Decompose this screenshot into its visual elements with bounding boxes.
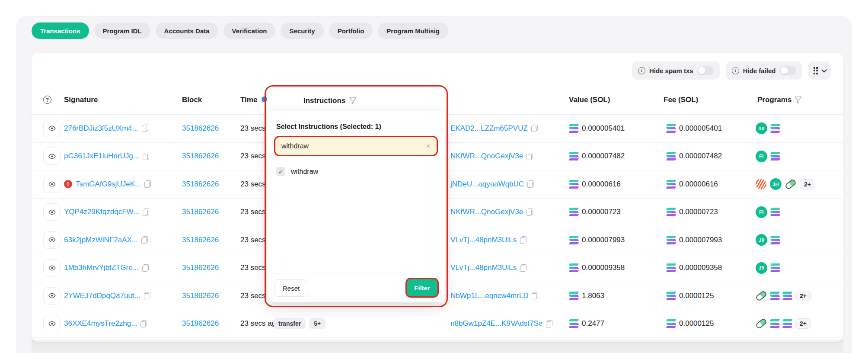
copy-icon[interactable] <box>141 236 148 244</box>
solana-program-icon[interactable] <box>783 319 792 328</box>
copy-icon[interactable] <box>527 153 533 160</box>
copy-icon[interactable] <box>527 180 534 188</box>
hide-failed-toggle[interactable] <box>780 66 796 75</box>
solana-program-icon[interactable] <box>770 292 779 300</box>
program-badge-4x[interactable]: 4X <box>756 122 767 134</box>
solana-program-icon[interactable] <box>770 319 779 328</box>
pill-program-icon[interactable] <box>755 290 767 302</box>
tab-program-multisig[interactable]: Program Multisig <box>378 22 448 39</box>
program-badge-j9[interactable]: J9 <box>756 234 767 246</box>
copy-icon[interactable] <box>142 264 149 272</box>
clear-search-icon[interactable]: × <box>426 142 431 150</box>
hide-spam-toggle[interactable] <box>697 66 714 75</box>
eye-icon <box>48 264 56 272</box>
solana-program-icon[interactable] <box>771 236 780 244</box>
tab-accounts-data[interactable]: Accounts Data <box>156 22 218 39</box>
solana-icon <box>667 263 676 272</box>
copy-icon[interactable] <box>143 209 149 216</box>
block-link[interactable]: 351862626 <box>182 180 219 189</box>
program-badge-fi[interactable]: FI <box>756 206 767 218</box>
copy-icon[interactable] <box>140 320 147 327</box>
copy-icon[interactable] <box>520 236 527 244</box>
striped-program-icon[interactable] <box>756 179 766 189</box>
pill-program-icon[interactable] <box>755 318 767 330</box>
solana-program-icon[interactable] <box>783 292 792 300</box>
address-link[interactable]: VLvTj...48pnM3UiLs <box>450 236 517 244</box>
address-link[interactable]: NKfWR...QnoGexjV3e <box>450 208 523 216</box>
copy-icon[interactable] <box>527 209 533 216</box>
block-link[interactable]: 351862626 <box>182 319 219 328</box>
tab-transactions[interactable]: Transactions <box>32 22 89 39</box>
address-link[interactable]: VLvTj...48pnM3UiLs <box>450 263 517 272</box>
instruction-badge[interactable]: transfer <box>274 318 306 329</box>
preview-eye-button[interactable] <box>43 259 61 276</box>
reset-button[interactable]: Reset <box>274 279 308 297</box>
hide-spam-control[interactable]: i Hide spam txs <box>632 61 720 80</box>
filter-icon[interactable] <box>795 96 802 103</box>
address-link[interactable]: jNDeU...aqyaaWqbUC <box>450 180 524 189</box>
preview-eye-button[interactable] <box>43 287 61 305</box>
preview-eye-button[interactable] <box>43 176 61 193</box>
copy-icon[interactable] <box>546 320 552 327</box>
solana-program-icon[interactable] <box>771 263 780 272</box>
signature-link[interactable]: 1Mb3hMrvYjbfZTGre... <box>64 263 139 272</box>
tab-verification[interactable]: Verification <box>223 22 276 39</box>
copy-icon[interactable] <box>531 125 538 132</box>
program-badge-fi[interactable]: FI <box>756 151 767 162</box>
info-icon: i <box>638 67 645 74</box>
filter-icon[interactable] <box>349 97 357 104</box>
checkbox-checked-icon[interactable]: ✓ <box>276 167 285 176</box>
solana-program-icon[interactable] <box>771 208 780 216</box>
question-icon[interactable]: ? <box>43 96 51 104</box>
preview-eye-button[interactable] <box>43 148 61 165</box>
copy-icon[interactable] <box>520 264 527 272</box>
block-link[interactable]: 351862626 <box>182 236 219 244</box>
tab-program-idl[interactable]: Program IDL <box>94 22 150 39</box>
signature-link[interactable]: 36XXE4mysTre2zhg... <box>64 319 137 328</box>
signature-link[interactable]: 276rBDJiz3f5zUXm4... <box>64 124 138 133</box>
tab-security[interactable]: Security <box>281 22 323 39</box>
hide-failed-control[interactable]: i Hide failed <box>726 61 802 80</box>
preview-eye-button[interactable] <box>43 231 61 249</box>
preview-eye-button[interactable] <box>43 120 61 137</box>
pill-program-icon[interactable] <box>784 178 797 190</box>
instruction-badge[interactable]: 5+ <box>309 318 326 329</box>
signature-link[interactable]: YQP4z29KfqzdqcFW... <box>64 208 139 216</box>
address-link[interactable]: NKfWR...QnoGexjV3e <box>450 152 523 160</box>
block-link[interactable]: 351862626 <box>182 208 219 216</box>
copy-icon[interactable] <box>144 292 150 299</box>
program-badge-j9[interactable]: J9 <box>756 262 767 274</box>
copy-icon[interactable] <box>144 180 151 188</box>
solana-program-icon[interactable] <box>771 124 780 133</box>
solana-program-icon[interactable] <box>771 152 780 160</box>
program-badge-3h[interactable]: 3H <box>770 178 782 190</box>
instruction-search-input[interactable] <box>281 142 426 150</box>
preview-eye-button[interactable] <box>43 315 61 332</box>
instruction-option-withdraw[interactable]: ✓ withdraw <box>276 167 318 176</box>
preview-eye-button[interactable] <box>43 203 61 221</box>
copy-icon[interactable] <box>142 125 148 132</box>
hide-failed-label: Hide failed <box>743 67 776 74</box>
address-link[interactable]: NbWp1L...eqncw4mrLD <box>450 292 528 300</box>
copy-icon[interactable] <box>143 153 149 160</box>
signature-link[interactable]: 2YWEJ7dDpqQa7uut... <box>64 292 140 300</box>
filter-button[interactable]: Filter <box>405 278 439 298</box>
select-instructions-label: Select Instructions (Selected: 1) <box>276 123 381 131</box>
signature-link[interactable]: 63k2jpMzWiNF2aAX... <box>64 236 138 244</box>
fee-sol: 0.000007993 <box>679 236 722 244</box>
more-programs-badge[interactable]: 2+ <box>795 291 811 301</box>
block-link[interactable]: 351862626 <box>182 152 219 160</box>
more-programs-badge[interactable]: 2+ <box>795 318 811 329</box>
tab-portfolio[interactable]: Portfolio <box>329 22 373 39</box>
column-layout-button[interactable] <box>808 61 832 80</box>
address-link[interactable]: n8bGw1pZ4E...K9VAdst7Se <box>450 319 542 328</box>
more-programs-badge[interactable]: 2+ <box>800 179 815 189</box>
block-link[interactable]: 351862626 <box>182 124 219 133</box>
address-link[interactable]: EKAD2...LZZm65PVUZ <box>450 124 528 133</box>
signature-link[interactable]: pG361JxE1iuHnrUJg... <box>64 152 139 160</box>
signature-link[interactable]: TsmGAfG9sjUJeK... <box>76 180 141 189</box>
copy-icon[interactable] <box>532 292 538 299</box>
block-link[interactable]: 351862626 <box>182 263 219 272</box>
block-link[interactable]: 351862626 <box>182 292 219 300</box>
instructions-filter-popup: Instructions Select Instructions (Select… <box>265 85 448 307</box>
